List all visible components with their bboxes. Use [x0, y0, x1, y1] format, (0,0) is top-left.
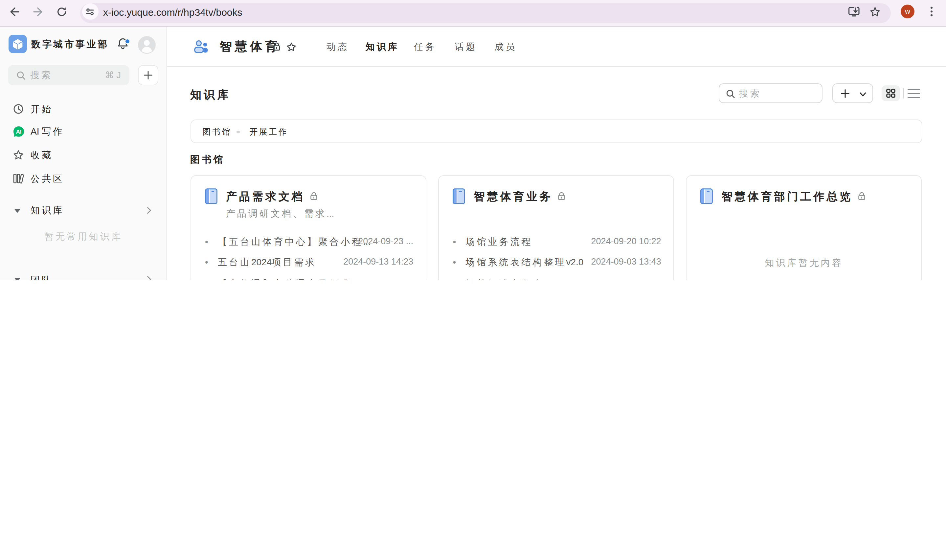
svg-text:AI: AI — [16, 128, 22, 135]
